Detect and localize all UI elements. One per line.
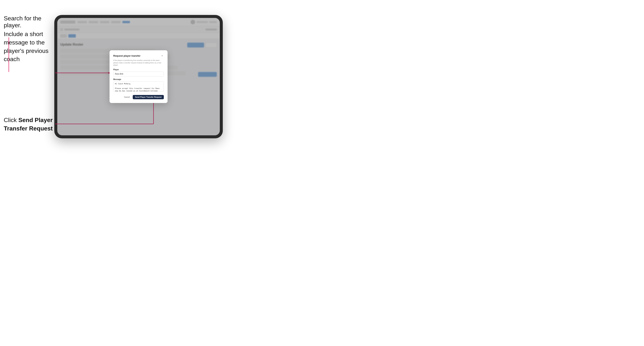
- transfer-request-modal: Request player transfer × If the player …: [110, 50, 168, 103]
- message-textarea[interactable]: Hi Coach McHarg, Please accept this tran…: [113, 81, 164, 92]
- send-transfer-request-button[interactable]: Send Player Transfer Request: [133, 95, 164, 99]
- modal-overlay: Request player transfer × If the player …: [57, 18, 220, 135]
- cancel-button[interactable]: Cancel: [122, 95, 131, 99]
- modal-close-button[interactable]: ×: [160, 54, 164, 57]
- modal-title: Request player transfer: [113, 54, 140, 57]
- player-label: Player: [113, 69, 164, 71]
- tablet-screen: Update Roster Request player transfer ×: [57, 18, 220, 135]
- player-input[interactable]: [113, 72, 164, 76]
- annotation-click: Click Send Player Transfer Request: [4, 116, 56, 133]
- annotation-message: Include a short message to the player's …: [4, 30, 56, 63]
- message-label: Message: [113, 78, 164, 80]
- tablet-device: Update Roster Request player transfer ×: [54, 15, 223, 138]
- modal-description: If the player is transferring from anoth…: [113, 59, 164, 66]
- annotation-search: Search for the player.: [4, 15, 52, 29]
- annotation-click-prefix: Click: [4, 117, 18, 123]
- modal-actions: Cancel Send Player Transfer Request: [113, 95, 164, 99]
- modal-header: Request player transfer ×: [113, 54, 164, 57]
